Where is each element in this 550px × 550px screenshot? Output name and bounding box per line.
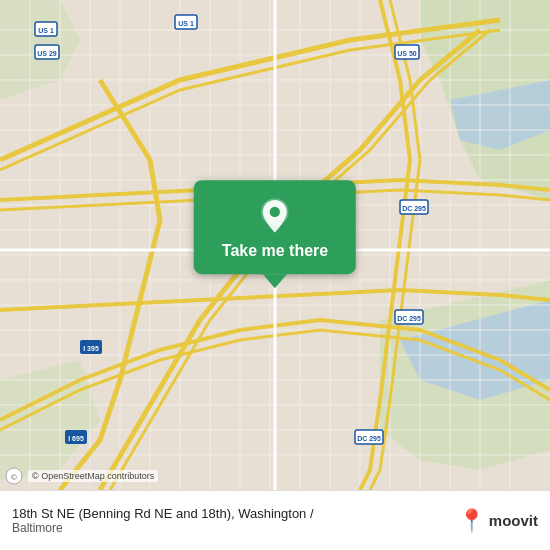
svg-text:US 50: US 50 (397, 50, 417, 57)
moovit-pin-icon: 📍 (458, 508, 485, 534)
svg-text:DC 295: DC 295 (357, 435, 381, 442)
attribution-text: © OpenStreetMap contributors (32, 471, 154, 481)
location-city: Baltimore (12, 521, 450, 535)
take-me-there-overlay: Take me there (194, 180, 356, 288)
osm-attribution: © OpenStreetMap contributors (28, 470, 158, 482)
moovit-logo: 📍 moovit (458, 508, 538, 534)
take-me-there-label: Take me there (222, 242, 328, 260)
svg-text:©: © (11, 473, 17, 482)
bottom-bar: 18th St NE (Benning Rd NE and 18th), Was… (0, 490, 550, 550)
green-box-pointer (263, 274, 287, 288)
svg-text:I 695: I 695 (68, 435, 84, 442)
moovit-brand-name: moovit (489, 512, 538, 529)
svg-text:US 29: US 29 (37, 50, 57, 57)
svg-text:I 395: I 395 (83, 345, 99, 352)
svg-text:DC 295: DC 295 (402, 205, 426, 212)
svg-text:DC 295: DC 295 (397, 315, 421, 322)
svg-point-58 (270, 207, 280, 217)
take-me-there-button[interactable]: Take me there (194, 180, 356, 274)
location-name: 18th St NE (Benning Rd NE and 18th), Was… (12, 506, 450, 521)
location-info: 18th St NE (Benning Rd NE and 18th), Was… (12, 506, 450, 535)
svg-text:US 1: US 1 (38, 27, 54, 34)
map-container: US 1 US 29 US 1 US 50 I 395 DC 295 DC 29… (0, 0, 550, 490)
location-pin-icon (257, 198, 293, 234)
svg-text:US 1: US 1 (178, 20, 194, 27)
